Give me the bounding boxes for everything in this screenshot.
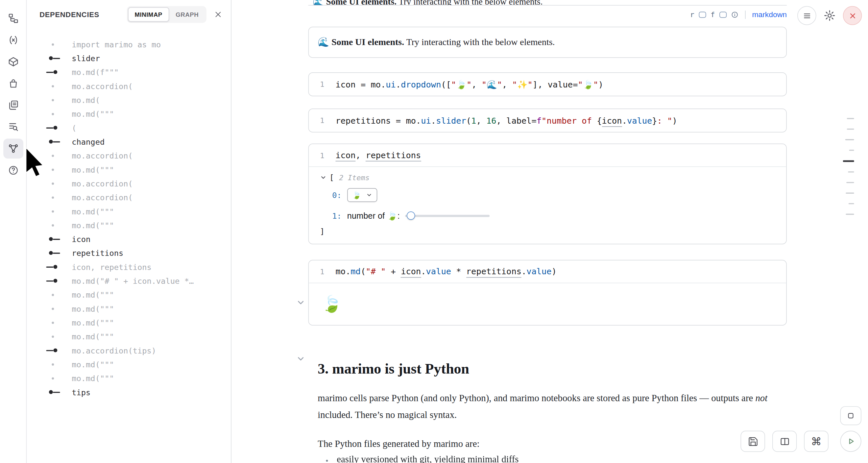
tree-key: 0: bbox=[332, 191, 342, 199]
cell-toolbar: r f markdown bbox=[308, 10, 787, 19]
hamburger-icon bbox=[802, 11, 811, 21]
line-number: 1 bbox=[309, 116, 324, 125]
minimap-cell-line[interactable] bbox=[845, 139, 854, 140]
dependency-item[interactable]: tips bbox=[27, 385, 231, 399]
section-collapse-icon[interactable] bbox=[295, 353, 306, 364]
dependency-item[interactable]: changed bbox=[27, 135, 231, 149]
dependency-item[interactable]: mo.accordion(tips) bbox=[27, 343, 231, 357]
dependency-item[interactable]: mo.md(""" bbox=[27, 357, 231, 371]
dropdown-value: 🍃 bbox=[352, 191, 361, 199]
minimap-cell-line[interactable] bbox=[846, 182, 854, 183]
dependency-item[interactable]: mo.accordion( bbox=[27, 176, 231, 190]
dependency-item[interactable]: mo.md(""" bbox=[27, 316, 231, 330]
minimap-cell-line[interactable] bbox=[846, 193, 854, 194]
scratchpad-icon[interactable] bbox=[3, 73, 23, 93]
panel-title: DEPENDENCIES bbox=[39, 10, 99, 19]
info-icon[interactable] bbox=[731, 11, 738, 19]
window-controls bbox=[797, 6, 862, 25]
layout-button[interactable] bbox=[772, 431, 797, 452]
dropdown-widget[interactable]: 🍃 bbox=[347, 188, 377, 202]
minimap-cell-line[interactable] bbox=[849, 150, 854, 151]
code-editor-line[interactable]: icon = mo.ui.dropdown(["🍃", "🌊", "✨"], v… bbox=[335, 79, 603, 89]
code-editor-line[interactable]: repetitions = mo.ui.slider(1, 16, label=… bbox=[335, 116, 677, 125]
clipped-cell-output: 🌊 Some UI elements. Try interacting with… bbox=[308, 0, 787, 6]
dependency-item[interactable]: mo.md(""" bbox=[27, 371, 231, 385]
menu-button[interactable] bbox=[797, 6, 816, 25]
output-collapse-icon[interactable] bbox=[295, 297, 306, 308]
dependency-item[interactable]: mo.accordion( bbox=[27, 79, 231, 93]
close-icon bbox=[848, 11, 857, 20]
save-button[interactable] bbox=[740, 431, 765, 452]
command-icon: ⌘ bbox=[811, 435, 822, 447]
code-editor-line[interactable]: mo.md("# " + icon.value * repetitions.va… bbox=[335, 267, 556, 277]
minimap-cell-line[interactable] bbox=[848, 171, 854, 172]
language-mode-button[interactable]: markdown bbox=[752, 10, 787, 19]
code-snippets-icon[interactable] bbox=[3, 30, 23, 50]
slider-widget[interactable] bbox=[405, 214, 490, 217]
settings-button[interactable] bbox=[820, 6, 839, 25]
line-number: 1 bbox=[309, 267, 324, 276]
bullet-text: easily versioned with git, yielding mini… bbox=[337, 454, 519, 463]
dependencies-icon[interactable] bbox=[3, 138, 23, 158]
dependency-item[interactable]: mo.md(""" bbox=[27, 302, 231, 315]
dependency-item[interactable]: mo.md(""" bbox=[27, 204, 231, 218]
dependency-item[interactable]: mo.accordion( bbox=[27, 190, 231, 204]
tree-output: [ 2 Items 0: 🍃 1: number of 🍃: ] bbox=[309, 167, 786, 236]
dependencies-panel: DEPENDENCIES MINIMAP GRAPH import marimo… bbox=[27, 0, 231, 463]
code-cell-md-expr: 1 mo.md("# " + icon.value * repetitions.… bbox=[308, 260, 787, 326]
packages-icon[interactable] bbox=[3, 52, 23, 72]
minimap-cell-line[interactable] bbox=[847, 118, 854, 119]
run-cell-button[interactable] bbox=[840, 431, 861, 452]
dependency-item[interactable]: mo.md(""" bbox=[27, 162, 231, 176]
dependency-item[interactable]: ( bbox=[27, 121, 231, 134]
slider-label: number of 🍃: bbox=[347, 211, 400, 221]
square-icon bbox=[846, 411, 856, 421]
dependency-item[interactable]: mo.md(""" bbox=[27, 330, 231, 343]
minimap-cell-line[interactable] bbox=[847, 129, 854, 129]
tab-graph[interactable]: GRAPH bbox=[169, 7, 205, 22]
play-icon bbox=[845, 436, 857, 447]
fold-toggle-icon[interactable] bbox=[719, 12, 726, 18]
reveal-toggle-icon[interactable] bbox=[699, 12, 706, 18]
dependency-item[interactable]: mo.md(""" bbox=[27, 288, 231, 302]
shortcut-r-label: r bbox=[690, 10, 694, 19]
close-panel-button[interactable] bbox=[212, 8, 224, 21]
tree-collapse-icon[interactable] bbox=[320, 174, 327, 181]
dependency-item[interactable]: mo.md("# " + icon.value *… bbox=[27, 274, 231, 288]
code-editor-line[interactable]: icon, repetitions bbox=[335, 150, 421, 160]
dependency-item[interactable]: icon, repetitions bbox=[27, 260, 231, 274]
view-switcher: MINIMAP GRAPH bbox=[127, 6, 207, 23]
dependency-item[interactable]: mo.md(f""" bbox=[27, 65, 231, 79]
clipped-rest-text: Try interacting with the below elements. bbox=[397, 0, 542, 6]
logs-icon[interactable] bbox=[3, 117, 23, 137]
help-icon[interactable] bbox=[3, 160, 23, 180]
leaf-output: 🍃 bbox=[309, 283, 786, 324]
slider-thumb[interactable] bbox=[407, 211, 415, 219]
minimize-panel-button[interactable] bbox=[840, 406, 861, 425]
dependency-item[interactable]: mo.md( bbox=[27, 93, 231, 107]
tree-close-bracket: ] bbox=[320, 227, 786, 236]
bullet-icon: • bbox=[326, 454, 329, 463]
keyboard-shortcuts-button[interactable]: ⌘ bbox=[804, 431, 828, 452]
dependency-item[interactable]: slider bbox=[27, 51, 231, 65]
marimo-app: DEPENDENCIES MINIMAP GRAPH import marimo… bbox=[0, 0, 868, 463]
minimap-cell-line[interactable] bbox=[848, 203, 854, 204]
dependency-item[interactable]: icon bbox=[27, 232, 231, 246]
minimap-cell-line[interactable] bbox=[846, 214, 854, 215]
dependency-item[interactable]: mo.md(""" bbox=[27, 107, 231, 121]
shutdown-button[interactable] bbox=[843, 6, 862, 25]
section-heading: 3. marimo is just Python bbox=[318, 361, 469, 377]
minimap-cell-line[interactable] bbox=[843, 160, 854, 162]
dependency-list: import marimo as moslidermo.md(f"""mo.ac… bbox=[27, 29, 231, 399]
tab-minimap[interactable]: MINIMAP bbox=[128, 7, 169, 22]
dependency-item[interactable]: import marimo as mo bbox=[27, 37, 231, 51]
documentation-icon[interactable] bbox=[3, 95, 23, 115]
file-tree-icon[interactable] bbox=[3, 8, 23, 28]
markdown-output-cell: 🌊 Some UI elements. Try interacting with… bbox=[308, 27, 787, 58]
toolbar-divider bbox=[745, 10, 746, 19]
dependency-item[interactable]: mo.accordion( bbox=[27, 149, 231, 162]
layout-icon bbox=[779, 436, 790, 446]
dependency-item[interactable]: mo.md(""" bbox=[27, 218, 231, 232]
prose-paragraph: marimo cells parse Python (and only Pyth… bbox=[318, 390, 773, 424]
dependency-item[interactable]: repetitions bbox=[27, 246, 231, 260]
